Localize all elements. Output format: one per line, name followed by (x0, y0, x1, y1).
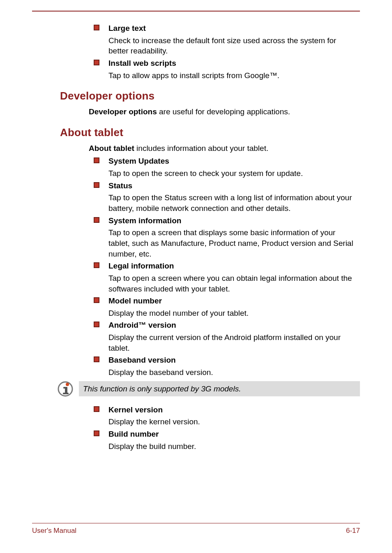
item-title: Install web scripts (108, 58, 176, 69)
item-body: Tap to allow apps to install scripts fro… (108, 70, 356, 81)
bullet-icon (94, 430, 99, 436)
list-item: System information (94, 215, 360, 226)
svg-rect-4 (63, 393, 69, 394)
bullet-icon (94, 297, 99, 303)
note-callout: This function is only supported by 3G mo… (32, 381, 360, 399)
footer-right: 6-17 (346, 527, 360, 535)
list-item: Kernel version (94, 405, 360, 415)
top-rule (32, 11, 360, 12)
item-title: Android™ version (108, 320, 176, 331)
item-title: System information (108, 215, 181, 226)
item-body: Display the model number of your tablet. (108, 308, 356, 319)
item-title: Build number (108, 429, 159, 440)
item-body: Display the current version of the Andro… (108, 332, 356, 353)
list-item: Baseband version (94, 355, 360, 366)
bullet-icon (94, 25, 99, 30)
bullet-icon (94, 322, 99, 327)
section-heading-developer-options: Developer options (60, 90, 360, 102)
note-text: This function is only supported by 3G mo… (79, 381, 360, 397)
bullet-icon (94, 217, 99, 223)
item-body: Display the kernel version. (108, 416, 356, 427)
item-title: System Updates (108, 156, 169, 167)
bullet-icon (94, 262, 99, 268)
item-body: Display the baseband version. (108, 367, 356, 378)
bullet-icon (94, 60, 99, 65)
list-item: Build number (94, 429, 360, 440)
item-title: Status (108, 180, 132, 191)
item-title: Model number (108, 296, 162, 306)
item-body: Display the build number. (108, 441, 356, 452)
list-item: Model number (94, 296, 360, 306)
footer-left: User's Manual (32, 527, 76, 535)
bullet-icon (94, 406, 99, 412)
svg-point-1 (66, 383, 69, 386)
list-item: Install web scripts (94, 58, 360, 69)
list-item: System Updates (94, 156, 360, 167)
item-body: Tap to open the screen to check your sys… (108, 168, 356, 179)
list-item: Legal information (94, 261, 360, 271)
item-body: Check to increase the default font size … (108, 35, 356, 56)
info-icon (58, 381, 73, 399)
item-title: Baseband version (108, 355, 176, 366)
section-paragraph: About tablet includes information about … (89, 143, 356, 154)
bullet-icon (94, 182, 99, 188)
svg-rect-3 (65, 387, 67, 393)
para-lead: Developer options (89, 107, 157, 116)
item-title: Legal information (108, 261, 174, 271)
list-item: Status (94, 180, 360, 191)
para-lead: About tablet (89, 144, 134, 153)
item-body: Tap to open a screen where you can obtai… (108, 273, 356, 294)
footer-rule (32, 523, 360, 523)
bullet-icon (94, 356, 99, 362)
list-item: Android™ version (94, 320, 360, 331)
item-body: Tap to open the Status screen with a lon… (108, 192, 356, 213)
bullet-icon (94, 157, 99, 163)
item-title: Large text (108, 23, 146, 34)
item-title: Kernel version (108, 405, 163, 415)
para-rest: are useful for developing applications. (157, 107, 290, 116)
section-paragraph: Developer options are useful for develop… (89, 106, 356, 117)
page-content: Large text Check to increase the default… (32, 23, 360, 451)
list-item: Large text (94, 23, 360, 34)
item-body: Tap to open a screen that displays some … (108, 227, 356, 259)
section-heading-about-tablet: About tablet (60, 126, 360, 139)
page-footer: User's Manual 6-17 (32, 523, 360, 535)
para-rest: includes information about your tablet. (134, 144, 268, 153)
